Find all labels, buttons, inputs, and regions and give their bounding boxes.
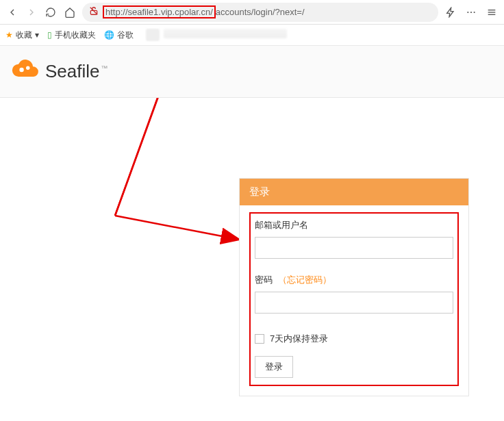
menu-icon[interactable] (485, 5, 499, 19)
toolbar-right (444, 5, 499, 19)
url-text: http://seafile1.vip.cpolar.cn/accounts/l… (103, 5, 305, 18)
chevron-down-icon: ▾ (35, 30, 39, 40)
username-input[interactable] (255, 237, 453, 259)
svg-point-9 (26, 66, 30, 70)
reload-button[interactable] (44, 5, 58, 19)
address-bar[interactable]: http://seafile1.vip.cpolar.cn/accounts/l… (82, 3, 438, 22)
back-button[interactable] (5, 5, 19, 19)
seafile-logo: Seafile™ (11, 58, 493, 85)
bookmark-bar: ★ 收藏 ▾ ▯ 手机收藏夹 🌐 谷歌 (0, 25, 504, 45)
login-button[interactable]: 登录 (255, 356, 293, 378)
globe-icon: 🌐 (104, 30, 114, 40)
login-form: 邮箱或用户名 密码 （忘记密码） 7天内保持登录 登录 (240, 205, 468, 396)
password-label-row: 密码 （忘记密码） (255, 274, 453, 286)
remember-label: 7天内保持登录 (270, 333, 328, 345)
svg-point-2 (467, 11, 468, 12)
cloud-icon (11, 58, 41, 85)
password-input[interactable] (255, 292, 453, 314)
home-button[interactable] (63, 5, 77, 19)
login-panel: 登录 邮箱或用户名 密码 （忘记密码） 7天内保持登录 登录 (239, 178, 469, 396)
bookmark-favorites[interactable]: ★ 收藏 ▾ (5, 29, 39, 41)
bookmark-label: 谷歌 (117, 29, 134, 41)
svg-line-11 (115, 216, 240, 240)
bookmark-mobile[interactable]: ▯ 手机收藏夹 (47, 29, 96, 41)
browser-toolbar: http://seafile1.vip.cpolar.cn/accounts/l… (0, 0, 504, 25)
bookmark-label: 手机收藏夹 (55, 29, 96, 41)
svg-point-4 (474, 11, 475, 12)
url-highlight-box: http://seafile1.vip.cpolar.cn/ (103, 5, 216, 18)
username-label: 邮箱或用户名 (255, 219, 453, 231)
mobile-icon: ▯ (47, 30, 52, 40)
bookmark-label: 收藏 (16, 29, 32, 41)
app-header: Seafile™ (0, 45, 504, 98)
forward-button[interactable] (25, 5, 38, 19)
forgot-password-link[interactable]: （忘记密码） (278, 274, 331, 286)
svg-point-3 (470, 11, 472, 12)
blurred-bookmarks (146, 29, 287, 41)
password-label: 密码 (255, 274, 273, 286)
insecure-icon (89, 6, 99, 18)
bolt-icon[interactable] (444, 5, 457, 19)
remember-checkbox[interactable] (255, 334, 264, 344)
bookmark-google[interactable]: 🌐 谷歌 (104, 29, 134, 41)
remember-row[interactable]: 7天内保持登录 (255, 333, 453, 345)
svg-point-8 (19, 68, 23, 72)
star-icon: ★ (5, 30, 13, 40)
more-icon[interactable] (464, 5, 478, 19)
login-title: 登录 (240, 179, 468, 205)
